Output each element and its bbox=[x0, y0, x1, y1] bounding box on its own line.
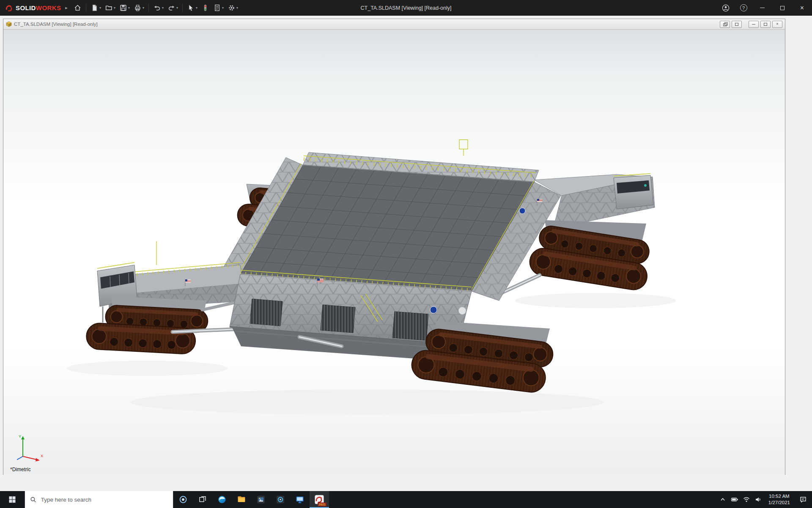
round-tank bbox=[458, 307, 466, 315]
dropdown-caret[interactable]: ▾ bbox=[99, 6, 101, 10]
media-app-icon bbox=[276, 495, 285, 504]
brand-works: WORKS bbox=[36, 4, 61, 11]
action-center-button[interactable] bbox=[794, 491, 812, 508]
display-app-icon bbox=[295, 495, 304, 504]
nasa-logo bbox=[430, 306, 437, 313]
quick-access-toolbar: ▾ ▾ ▾ ▾ ▾ ▾ ▾ bbox=[72, 2, 240, 14]
dropdown-caret[interactable]: ▾ bbox=[176, 6, 178, 10]
select-button[interactable]: ▾ bbox=[185, 2, 199, 14]
menu-flyout-arrow-icon[interactable]: ▸ bbox=[64, 5, 70, 11]
battery-icon bbox=[731, 496, 738, 503]
volume-control[interactable] bbox=[752, 491, 764, 508]
redo-button[interactable]: ▾ bbox=[166, 2, 180, 14]
doc-tile-button[interactable] bbox=[732, 21, 742, 28]
graphics-viewport[interactable]: Y X *Dimetric bbox=[3, 30, 785, 475]
open-folder-icon bbox=[105, 4, 113, 12]
dropdown-caret[interactable]: ▾ bbox=[196, 6, 198, 10]
minimize-icon bbox=[760, 8, 765, 8]
taskbar-app-edge[interactable] bbox=[212, 491, 232, 508]
task-view-icon bbox=[198, 495, 207, 504]
taskbar-app-photos[interactable] bbox=[251, 491, 271, 508]
triad-x-label: X bbox=[41, 454, 43, 458]
brand-solid: SOLID bbox=[16, 4, 36, 11]
chevron-up-icon bbox=[720, 497, 726, 502]
taskbar-search[interactable] bbox=[25, 491, 173, 508]
dassault-mark-icon bbox=[5, 4, 14, 12]
cascade-icon bbox=[723, 22, 727, 26]
taskbar-app-solidworks-2021[interactable]: 2021 bbox=[310, 491, 329, 508]
solidworks-logo: SOLIDWORKS bbox=[0, 4, 64, 12]
solidworks-version-badge: 2021 bbox=[318, 502, 326, 506]
taskbar-app-display[interactable] bbox=[290, 491, 310, 508]
taskbar-app-media[interactable] bbox=[271, 491, 290, 508]
minimize-button[interactable] bbox=[752, 0, 772, 16]
hidden-icons-button[interactable] bbox=[717, 491, 729, 508]
maximize-icon bbox=[780, 6, 785, 10]
taskbar-app-file-explorer[interactable] bbox=[232, 491, 251, 508]
dropdown-caret[interactable]: ▾ bbox=[128, 6, 130, 10]
titlebar-right-controls: ? × bbox=[717, 0, 812, 16]
nasa-logo bbox=[519, 208, 525, 214]
print-button[interactable]: ▾ bbox=[132, 2, 146, 14]
file-explorer-icon bbox=[237, 495, 246, 504]
dropdown-caret[interactable]: ▾ bbox=[222, 6, 224, 10]
app-titlebar: SOLIDWORKS ▸ ▾ ▾ ▾ ▾ ▾ ▾ bbox=[0, 0, 812, 16]
help-icon: ? bbox=[740, 4, 747, 11]
document-title: CT_TA.SLDASM [Viewing] [Read-only] bbox=[14, 22, 98, 27]
assembly-document-icon bbox=[6, 21, 12, 27]
undo-button[interactable]: ▾ bbox=[151, 2, 165, 14]
gear-icon bbox=[228, 4, 236, 12]
close-button[interactable]: × bbox=[792, 0, 812, 16]
toolbar-separator bbox=[148, 4, 149, 12]
help-button[interactable]: ? bbox=[735, 0, 752, 16]
save-icon bbox=[119, 4, 127, 12]
save-button[interactable]: ▾ bbox=[118, 2, 132, 14]
document-window-buttons: × bbox=[720, 21, 782, 28]
home-icon bbox=[74, 4, 82, 12]
doc-cascade-button[interactable] bbox=[720, 21, 730, 28]
close-icon: × bbox=[800, 5, 804, 11]
action-center-icon bbox=[799, 496, 807, 503]
home-button[interactable] bbox=[72, 2, 83, 14]
clock-date: 1/27/2021 bbox=[768, 500, 790, 505]
user-icon bbox=[722, 4, 730, 12]
redo-icon bbox=[167, 4, 176, 12]
new-document-button[interactable]: ▾ bbox=[89, 2, 103, 14]
doc-restore-button[interactable] bbox=[760, 21, 771, 28]
taskbar-task-view[interactable] bbox=[193, 491, 212, 508]
maximize-button[interactable] bbox=[772, 0, 792, 16]
undo-icon bbox=[153, 4, 161, 12]
rebuild-stoplight-icon bbox=[201, 4, 209, 12]
orientation-triad[interactable]: Y X bbox=[14, 433, 46, 462]
doc-close-button[interactable]: × bbox=[772, 21, 782, 28]
rebuild-button[interactable] bbox=[200, 2, 211, 14]
search-input[interactable] bbox=[41, 497, 168, 503]
new-document-icon bbox=[91, 4, 99, 12]
print-icon bbox=[134, 4, 142, 12]
account-button[interactable] bbox=[717, 0, 735, 16]
taskbar-clock[interactable]: 10:52 AM 1/27/2021 bbox=[764, 493, 794, 506]
doc-restore-icon bbox=[764, 23, 767, 26]
toolbar-separator bbox=[182, 4, 183, 12]
cortana-icon bbox=[179, 495, 187, 504]
start-button[interactable] bbox=[0, 491, 25, 508]
windows-taskbar: 2021 10:52 AM bbox=[0, 491, 812, 508]
doc-minimize-button[interactable] bbox=[749, 21, 759, 28]
wifi-icon bbox=[743, 496, 750, 503]
dropdown-caret[interactable]: ▾ bbox=[143, 6, 144, 10]
options-button[interactable]: ▾ bbox=[226, 2, 240, 14]
clock-time: 10:52 AM bbox=[769, 494, 790, 499]
file-properties-button[interactable]: ▾ bbox=[211, 2, 225, 14]
document-window: CT_TA.SLDASM [Viewing] [Read-only] × bbox=[3, 19, 785, 475]
dropdown-caret[interactable]: ▾ bbox=[236, 6, 238, 10]
taskbar-app-cortana[interactable] bbox=[173, 491, 193, 508]
network-status[interactable] bbox=[741, 491, 752, 508]
toolbar-separator bbox=[86, 4, 86, 12]
speaker-icon bbox=[754, 496, 762, 503]
document-titlebar[interactable]: CT_TA.SLDASM [Viewing] [Read-only] × bbox=[3, 19, 785, 30]
dropdown-caret[interactable]: ▾ bbox=[162, 6, 164, 10]
battery-status[interactable] bbox=[729, 491, 741, 508]
open-button[interactable]: ▾ bbox=[103, 2, 117, 14]
dropdown-caret[interactable]: ▾ bbox=[114, 6, 115, 10]
crawler-transporter-model[interactable] bbox=[3, 30, 785, 475]
